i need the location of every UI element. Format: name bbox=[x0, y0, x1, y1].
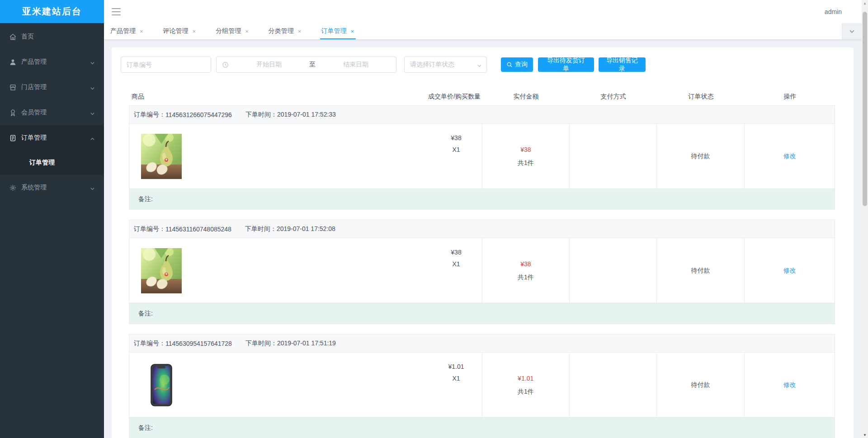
sidebar-item-label: 系统管理 bbox=[21, 184, 90, 192]
pay-method-cell bbox=[570, 124, 657, 188]
unit-price-block: ¥38 X1 bbox=[446, 238, 467, 270]
order-management-card: 开始日期 至 结束日期 请选择订单状态 查询 导出待发货订单 bbox=[112, 47, 854, 438]
clock-icon bbox=[222, 61, 229, 68]
order-icon bbox=[9, 134, 17, 142]
sidebar-item-orders[interactable]: 订单管理 bbox=[0, 125, 104, 151]
order-time-label: 下单时间： bbox=[245, 225, 277, 232]
order-no-label: 订单编号： bbox=[134, 339, 165, 348]
order-status: 待付款 bbox=[691, 381, 710, 389]
order-status-select[interactable]: 请选择订单状态 bbox=[404, 57, 487, 73]
order-header-row: 订单编号：1145631160748085248 下单时间：2019-07-01… bbox=[129, 220, 835, 238]
tab-category-management[interactable]: 分类管理 × bbox=[269, 23, 302, 39]
orders-table: 商品 成交单价/购买数量 实付金额 支付方式 订单状态 操作 订单编号：1145… bbox=[129, 88, 835, 438]
order-remark-row: 备注: bbox=[129, 303, 835, 324]
tab-group-management[interactable]: 分组管理 × bbox=[216, 23, 249, 39]
scrollbar-thumb[interactable] bbox=[863, 12, 867, 206]
search-icon bbox=[506, 61, 513, 68]
piece-count: 共1件 bbox=[518, 385, 534, 398]
order-header-row: 订单编号：1145631266075447296 下单时间：2019-07-01… bbox=[129, 106, 835, 124]
sidebar-item-stores[interactable]: 门店管理 bbox=[0, 75, 104, 100]
modify-link[interactable]: 修改 bbox=[783, 267, 796, 275]
sidebar-item-system[interactable]: 系统管理 bbox=[0, 175, 104, 200]
tab-label: 分类管理 bbox=[269, 27, 294, 35]
sidebar-item-members[interactable]: 会员管理 bbox=[0, 100, 104, 125]
order-time-value: 2019-07-01 17:52:08 bbox=[277, 225, 335, 232]
close-icon[interactable]: × bbox=[140, 28, 143, 34]
menu-collapse-icon[interactable] bbox=[112, 8, 121, 15]
chevron-down-icon bbox=[90, 110, 95, 115]
column-header-paid-amount: 实付金额 bbox=[482, 93, 570, 101]
export-pending-orders-button[interactable]: 导出待发货订单 bbox=[538, 57, 594, 72]
chevron-down-icon bbox=[90, 185, 95, 190]
sidebar: 亚米建站后台 首页 产品管理 门店管理 bbox=[0, 0, 104, 438]
sidebar-subitem-order-management[interactable]: 订单管理 bbox=[0, 151, 104, 175]
sidebar-menu: 首页 产品管理 门店管理 会员管理 bbox=[0, 23, 104, 200]
order-no-label: 订单编号： bbox=[134, 111, 165, 119]
modify-link[interactable]: 修改 bbox=[783, 381, 796, 389]
search-button[interactable]: 查询 bbox=[501, 57, 533, 72]
piece-count: 共1件 bbox=[518, 156, 534, 170]
sidebar-item-products[interactable]: 产品管理 bbox=[0, 49, 104, 75]
order-block: 订单编号：1145630954157641728 下单时间：2019-07-01… bbox=[129, 334, 835, 438]
sidebar-item-label: 产品管理 bbox=[21, 58, 90, 66]
scroll-up-arrow-icon[interactable]: ▲ bbox=[862, 0, 868, 6]
chevron-down-icon bbox=[477, 62, 482, 67]
store-icon bbox=[9, 84, 17, 91]
column-header-pay-method: 支付方式 bbox=[570, 93, 657, 101]
modify-link[interactable]: 修改 bbox=[783, 152, 796, 160]
sidebar-item-home[interactable]: 首页 bbox=[0, 24, 104, 49]
user-icon bbox=[9, 58, 17, 66]
tab-label: 评论管理 bbox=[163, 27, 189, 35]
pear-product-photo bbox=[141, 248, 182, 293]
close-icon[interactable]: × bbox=[245, 28, 249, 34]
tab-product-management[interactable]: 产品管理 × bbox=[110, 23, 143, 39]
export-sales-records-button[interactable]: 导出销售记录 bbox=[599, 57, 646, 72]
order-block: 订单编号：1145631266075447296 下单时间：2019-07-01… bbox=[129, 105, 835, 210]
quantity: X1 bbox=[446, 144, 467, 155]
scroll-down-arrow-icon[interactable]: ▼ bbox=[862, 432, 868, 438]
tab-label: 产品管理 bbox=[110, 27, 136, 35]
tabs-bar: 产品管理 × 评论管理 × 分组管理 × 分类管理 × 订单管理 × bbox=[104, 23, 868, 39]
order-no-label: 订单编号： bbox=[134, 225, 165, 233]
unit-price: ¥1.01 bbox=[446, 361, 467, 372]
start-date-placeholder: 开始日期 bbox=[229, 61, 309, 69]
home-icon bbox=[9, 33, 17, 41]
date-range-picker[interactable]: 开始日期 至 结束日期 bbox=[216, 57, 396, 73]
vertical-scrollbar[interactable]: ▲ ▼ bbox=[862, 0, 868, 438]
top-header: admin bbox=[104, 0, 868, 23]
close-icon[interactable]: × bbox=[350, 28, 354, 34]
gear-icon bbox=[9, 184, 17, 192]
order-time-value: 2019-07-01 17:52:33 bbox=[277, 111, 336, 118]
user-menu[interactable]: admin bbox=[825, 8, 842, 15]
tab-comment-management[interactable]: 评论管理 × bbox=[163, 23, 196, 39]
column-header-actions: 操作 bbox=[745, 93, 835, 101]
member-icon bbox=[9, 109, 17, 117]
date-separator: 至 bbox=[309, 61, 316, 69]
end-date-placeholder: 结束日期 bbox=[316, 61, 396, 69]
main-area: admin 产品管理 × 评论管理 × 分组管理 × 分类管理 × 订单管理 × bbox=[104, 0, 868, 438]
pear-product-photo bbox=[141, 134, 182, 179]
pay-method-cell bbox=[570, 353, 657, 417]
sidebar-item-label: 首页 bbox=[21, 33, 95, 41]
pay-method-cell bbox=[570, 238, 657, 303]
order-remark-row: 备注: bbox=[129, 417, 835, 438]
order-status: 待付款 bbox=[691, 267, 710, 275]
tab-order-management[interactable]: 订单管理 × bbox=[321, 23, 354, 39]
order-time-value: 2019-07-01 17:51:19 bbox=[277, 339, 336, 347]
search-button-label: 查询 bbox=[515, 61, 528, 69]
remark-label: 备注: bbox=[138, 310, 153, 318]
unit-price: ¥38 bbox=[446, 132, 467, 144]
close-icon[interactable]: × bbox=[298, 28, 302, 34]
chevron-down-icon bbox=[849, 28, 855, 34]
quantity: X1 bbox=[446, 258, 467, 270]
paid-amount: ¥38 bbox=[520, 258, 531, 271]
filter-bar: 开始日期 至 结束日期 请选择订单状态 查询 导出待发货订单 bbox=[121, 57, 844, 73]
order-block: 订单编号：1145631160748085248 下单时间：2019-07-01… bbox=[129, 220, 835, 324]
close-icon[interactable]: × bbox=[193, 28, 196, 34]
iphone-product-photo bbox=[141, 363, 182, 408]
remark-label: 备注: bbox=[138, 195, 153, 203]
order-number-input[interactable] bbox=[121, 57, 211, 73]
unit-price-block: ¥1.01 X1 bbox=[446, 353, 467, 384]
chevron-up-icon bbox=[90, 136, 95, 141]
tabs-dropdown-button[interactable] bbox=[842, 23, 862, 39]
